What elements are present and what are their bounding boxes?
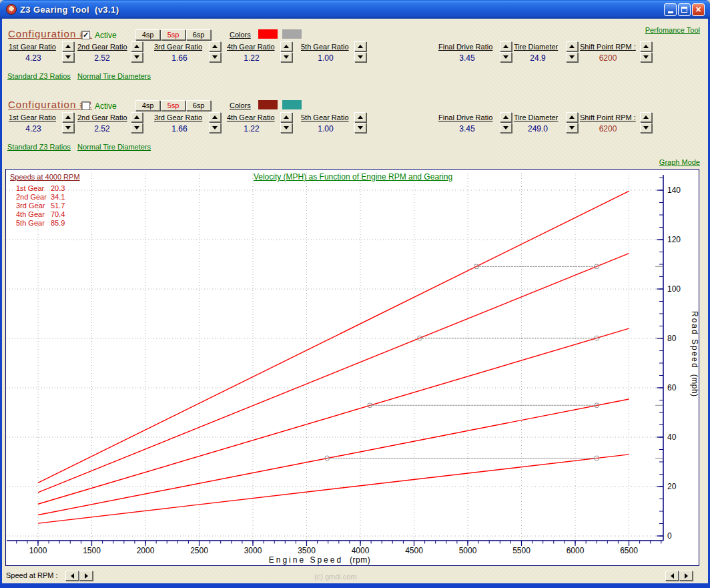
field-value: 249.0 bbox=[514, 124, 562, 133]
legend-gear-name: 3rd Gear bbox=[16, 202, 51, 210]
spin-up-button[interactable] bbox=[500, 41, 512, 51]
spin-down-button[interactable] bbox=[500, 52, 512, 62]
config-1-color-swatch-2[interactable] bbox=[282, 29, 302, 39]
spin-up-button[interactable] bbox=[280, 112, 292, 122]
arrow-left-icon bbox=[71, 573, 74, 579]
svg-text:4500: 4500 bbox=[405, 546, 423, 555]
spin-up-button[interactable] bbox=[354, 41, 366, 51]
arrow-right-icon bbox=[85, 573, 88, 579]
legend-gear-speed: 34.1 bbox=[51, 193, 77, 202]
config-2-heading[interactable]: Configuration #2 bbox=[8, 99, 92, 110]
config-2-field-4: 4th Gear Ratio1.22 bbox=[227, 113, 292, 136]
field-spinner bbox=[131, 41, 143, 61]
chart-scroll-right-button[interactable] bbox=[679, 571, 693, 581]
svg-text:140: 140 bbox=[667, 186, 681, 195]
field-spinner bbox=[640, 112, 652, 132]
arrow-down-icon bbox=[65, 55, 71, 59]
spin-down-button[interactable] bbox=[131, 52, 143, 62]
close-icon: × bbox=[695, 5, 701, 14]
spin-down-button[interactable] bbox=[354, 123, 366, 133]
chart-title[interactable]: Velocity (MPH) as Function of Engine RPM… bbox=[153, 172, 553, 182]
spin-down-button[interactable] bbox=[640, 123, 652, 133]
spin-down-button[interactable] bbox=[131, 123, 143, 133]
speed-rpm-increment-button[interactable] bbox=[79, 571, 93, 581]
spin-up-button[interactable] bbox=[131, 41, 143, 51]
config-1-field-1: 1st Gear Ratio4.23 bbox=[9, 43, 74, 65]
config-2-4sp-button[interactable]: 4sp bbox=[135, 100, 160, 111]
svg-text:5500: 5500 bbox=[512, 546, 530, 555]
config-2-normal-tire-link[interactable]: Normal Tire Diameters bbox=[77, 143, 151, 151]
spin-up-button[interactable] bbox=[566, 112, 578, 122]
legend-gear-name: 4th Gear bbox=[16, 210, 51, 219]
field-value: 1.22 bbox=[227, 124, 276, 133]
config-2-field-5: 5th Gear Ratio1.00 bbox=[301, 113, 366, 136]
svg-text:Road Speed(mph): Road Speed(mph) bbox=[690, 311, 699, 397]
config-1-normal-tire-link[interactable]: Normal Tire Diameters bbox=[77, 72, 151, 80]
spin-up-button[interactable] bbox=[640, 41, 652, 51]
config-1-5sp-button[interactable]: 5sp bbox=[161, 29, 186, 40]
arrow-down-icon bbox=[358, 126, 363, 129]
config-2-field-1: 1st Gear Ratio4.23 bbox=[9, 113, 74, 136]
config-2-5sp-button[interactable]: 5sp bbox=[161, 100, 186, 111]
spin-up-button[interactable] bbox=[62, 41, 74, 51]
maximize-button[interactable] bbox=[678, 3, 691, 16]
chart-scroll-left-button[interactable] bbox=[665, 571, 679, 581]
spin-up-button[interactable] bbox=[131, 112, 143, 122]
legend-item: 2nd Gear34.1 bbox=[10, 193, 80, 202]
minimize-button[interactable] bbox=[664, 3, 677, 16]
arrow-up-icon bbox=[212, 45, 218, 48]
spin-down-button[interactable] bbox=[62, 123, 74, 133]
field-spinner bbox=[500, 112, 512, 132]
speed-rpm-decrement-button[interactable] bbox=[65, 571, 79, 581]
config-1-active-checkbox[interactable]: ✓ bbox=[81, 31, 90, 39]
spin-up-button[interactable] bbox=[62, 112, 74, 122]
graph-mode-link[interactable]: Graph Mode bbox=[659, 158, 700, 166]
spin-up-button[interactable] bbox=[566, 41, 578, 51]
spin-down-button[interactable] bbox=[280, 52, 292, 62]
config-2-field-3: 3rd Gear Ratio1.66 bbox=[154, 113, 221, 136]
arrow-down-icon bbox=[569, 126, 575, 129]
arrow-up-icon bbox=[65, 115, 71, 119]
spin-up-button[interactable] bbox=[500, 112, 512, 122]
spin-down-button[interactable] bbox=[500, 123, 512, 133]
arrow-up-icon bbox=[212, 115, 218, 119]
spin-up-button[interactable] bbox=[209, 41, 221, 51]
app-window: Z3 Gearing Tool (v3.1) × Perfomance Tool… bbox=[0, 0, 710, 588]
spin-up-button[interactable] bbox=[209, 112, 221, 122]
config-1-heading[interactable]: Configuration #1 bbox=[8, 28, 92, 39]
field-value: 3.45 bbox=[438, 124, 496, 133]
status-bar: Speed at RPM : (c) gmdi.com bbox=[2, 566, 708, 583]
spin-down-button[interactable] bbox=[280, 123, 292, 133]
config-1-color-swatch-1[interactable] bbox=[258, 29, 278, 39]
spin-down-button[interactable] bbox=[209, 52, 221, 62]
legend-gear-name: 2nd Gear bbox=[16, 193, 51, 202]
spin-down-button[interactable] bbox=[566, 123, 578, 133]
config-2-color-swatch-1[interactable] bbox=[258, 100, 278, 109]
arrow-up-icon bbox=[643, 115, 649, 119]
legend-item: 1st Gear20.3 bbox=[10, 184, 80, 193]
svg-text:1000: 1000 bbox=[29, 546, 47, 555]
arrow-down-icon bbox=[503, 55, 508, 59]
spin-down-button[interactable] bbox=[354, 52, 366, 62]
spin-down-button[interactable] bbox=[209, 123, 221, 133]
spin-down-button[interactable] bbox=[640, 52, 652, 62]
config-2-6sp-button[interactable]: 6sp bbox=[186, 100, 211, 111]
spin-up-button[interactable] bbox=[280, 41, 292, 51]
field-value: 2.52 bbox=[77, 124, 127, 133]
config-2-active-checkbox[interactable] bbox=[81, 101, 90, 110]
spin-up-button[interactable] bbox=[354, 112, 366, 122]
config-2-color-swatch-2[interactable] bbox=[282, 100, 302, 109]
legend-gear-speed: 70.4 bbox=[51, 210, 77, 219]
arrow-down-icon bbox=[212, 55, 218, 59]
arrow-left-icon bbox=[671, 573, 674, 579]
config-1-4sp-button[interactable]: 4sp bbox=[135, 29, 160, 40]
spin-up-button[interactable] bbox=[640, 112, 652, 122]
config-1-6sp-button[interactable]: 6sp bbox=[186, 29, 211, 40]
spin-down-button[interactable] bbox=[566, 52, 578, 62]
arrow-up-icon bbox=[503, 45, 508, 48]
spin-down-button[interactable] bbox=[62, 52, 74, 62]
titlebar[interactable]: Z3 Gearing Tool (v3.1) × bbox=[0, 0, 710, 19]
config-2-standard-ratios-link[interactable]: Standard Z3 Ratios bbox=[7, 143, 71, 151]
config-1-standard-ratios-link[interactable]: Standard Z3 Ratios bbox=[7, 72, 71, 80]
close-button[interactable]: × bbox=[692, 3, 705, 16]
